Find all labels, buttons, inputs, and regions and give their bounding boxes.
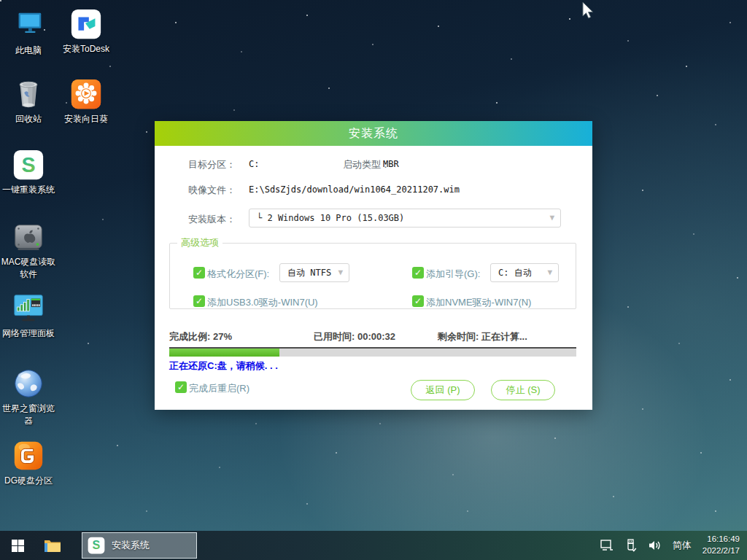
progress-percent-text: 完成比例: 27% xyxy=(169,330,232,343)
desktop-icon-label: 此电脑 xyxy=(0,44,57,57)
boot-target-value: C: 自动 xyxy=(498,268,532,278)
format-mode-value: 自动 NTFS xyxy=(287,268,331,278)
usb-tray-icon[interactable] xyxy=(624,539,638,552)
file-explorer-icon xyxy=(44,538,61,553)
todesk-icon xyxy=(69,7,103,41)
chevron-down-icon: ▼ xyxy=(547,264,552,281)
desktop-icon-onekey-reinstall[interactable]: S 一键重装系统 xyxy=(0,148,57,196)
desktop-icon-label: 回收站 xyxy=(0,113,57,125)
check-icon: ✓ xyxy=(177,382,185,392)
taskbar-task-install-system[interactable]: S 安装系统 xyxy=(82,532,197,559)
usb3-driver-label[interactable]: 添加USB3.0驱动-WIN7(U) xyxy=(207,296,318,309)
svg-text:S: S xyxy=(93,538,101,551)
desktop-icon-label: 网络管理面板 xyxy=(0,327,57,340)
stop-button[interactable]: 停止 (S) xyxy=(491,380,555,400)
add-boot-label[interactable]: 添加引导(G): xyxy=(426,268,480,281)
target-partition-value: C: xyxy=(249,159,259,169)
progress-bar xyxy=(169,347,576,357)
input-method-indicator[interactable]: 简体 xyxy=(673,539,692,552)
desktop-icon-mac-disk-reader[interactable]: MAC硬盘读取软件 xyxy=(0,220,57,281)
desktop-icon-label: 世界之窗浏览器 xyxy=(0,402,57,428)
desktop-icon-network-panel[interactable]: 网络管理面板 xyxy=(0,292,57,340)
system-tray: 简体 16:16:49 2022/2/17 xyxy=(600,534,747,556)
remaining-time-text: 剩余时间: 正在计算... xyxy=(438,330,527,343)
taskbar-clock[interactable]: 16:16:49 2022/2/17 xyxy=(703,534,740,556)
progress-fill xyxy=(169,349,279,357)
network-tray-icon[interactable] xyxy=(600,539,614,552)
boot-type-value: MBR xyxy=(383,159,399,169)
install-version-value: └ 2 Windows 10 Pro (15.03GB) xyxy=(257,213,404,223)
sunflower-icon xyxy=(69,77,103,111)
add-boot-checkbox[interactable]: ✓ xyxy=(412,267,424,279)
target-partition-label: 目标分区： xyxy=(188,158,236,171)
restart-after-finish-checkbox[interactable]: ✓ xyxy=(175,381,187,393)
nvme-driver-checkbox[interactable]: ✓ xyxy=(412,295,424,307)
start-button[interactable] xyxy=(0,531,35,560)
restore-status-text: 正在还原C:盘，请稍候. . . xyxy=(169,359,278,373)
advanced-options-group: 高级选项 ✓ 格式化分区(F): 自动 NTFS ▼ ✓ 添加引导(G): C:… xyxy=(169,236,576,309)
image-file-label: 映像文件： xyxy=(188,184,236,197)
desktop-icon-label: MAC硬盘读取软件 xyxy=(0,256,57,281)
file-explorer-button[interactable] xyxy=(35,531,70,560)
desktop-icon-this-pc[interactable]: 此电脑 xyxy=(0,9,57,57)
nvme-driver-label[interactable]: 添加NVME驱动-WIN7(N) xyxy=(426,296,531,309)
elapsed-time-text: 已用时间: 00:00:32 xyxy=(314,330,395,343)
image-file-value: E:\SdsZjds/download/win1064_20211207.wim xyxy=(249,184,460,195)
desktop-icon-todesk[interactable]: 安装ToDesk xyxy=(58,7,115,55)
dialog-title-bar[interactable]: 安装系统 xyxy=(155,121,592,146)
chevron-down-icon: ▼ xyxy=(549,209,554,227)
desktop-icon-world-window-browser[interactable]: 世界之窗浏览器 xyxy=(0,367,57,428)
taskbar: S 安装系统 简体 16:16:49 2 xyxy=(0,531,747,560)
format-mode-dropdown[interactable]: 自动 NTFS ▼ xyxy=(279,263,349,282)
desktop-icon-label: 安装向日葵 xyxy=(58,113,115,125)
restart-after-finish-label[interactable]: 完成后重启(R) xyxy=(189,382,249,395)
volume-tray-icon[interactable] xyxy=(649,539,662,552)
clock-date: 2022/2/17 xyxy=(703,545,740,557)
chevron-down-icon: ▼ xyxy=(338,264,343,281)
desktop-icon-recycle-bin[interactable]: 回收站 xyxy=(0,77,57,125)
windows-logo-icon xyxy=(12,540,24,552)
check-icon: ✓ xyxy=(196,268,203,278)
this-pc-icon xyxy=(12,9,45,42)
taskbar-task-label: 安装系统 xyxy=(112,539,150,552)
dialog-body: 目标分区： C: 启动类型： MBR 映像文件： E:\SdsZjds/down… xyxy=(155,146,592,410)
install-app-icon: S xyxy=(87,536,106,555)
check-icon: ✓ xyxy=(414,268,422,278)
desktop-icon-label: 安装ToDesk xyxy=(58,43,115,55)
mouse-cursor xyxy=(582,1,595,20)
boot-target-dropdown[interactable]: C: 自动 ▼ xyxy=(490,263,559,282)
network-panel-icon xyxy=(12,292,45,325)
diskgenius-icon xyxy=(12,439,45,472)
desktop-icon-diskgenius[interactable]: DG硬盘分区 xyxy=(0,439,57,487)
world-window-browser-icon xyxy=(12,367,45,400)
advanced-options-legend: 高级选项 xyxy=(177,236,222,249)
onekey-reinstall-icon: S xyxy=(12,148,45,182)
check-icon: ✓ xyxy=(196,296,203,306)
desktop-icon-sunflower[interactable]: 安装向日葵 xyxy=(58,77,115,125)
usb3-driver-checkbox[interactable]: ✓ xyxy=(193,295,205,307)
recycle-bin-icon xyxy=(12,77,45,111)
install-version-label: 安装版本： xyxy=(188,213,236,226)
format-partition-checkbox[interactable]: ✓ xyxy=(193,267,205,279)
svg-text:S: S xyxy=(21,153,35,176)
desktop-icon-label: 一键重装系统 xyxy=(0,184,57,196)
install-version-dropdown[interactable]: └ 2 Windows 10 Pro (15.03GB) ▼ xyxy=(249,209,561,228)
clock-time: 16:16:49 xyxy=(703,534,740,545)
mac-disk-reader-icon xyxy=(12,220,45,254)
check-icon: ✓ xyxy=(414,296,422,306)
install-system-dialog: 安装系统 目标分区： C: 启动类型： MBR 映像文件： E:\SdsZjds… xyxy=(155,121,592,410)
back-button[interactable]: 返回 (P) xyxy=(411,380,475,400)
format-partition-label[interactable]: 格式化分区(F): xyxy=(207,268,269,281)
desktop-icon-label: DG硬盘分区 xyxy=(0,475,57,487)
